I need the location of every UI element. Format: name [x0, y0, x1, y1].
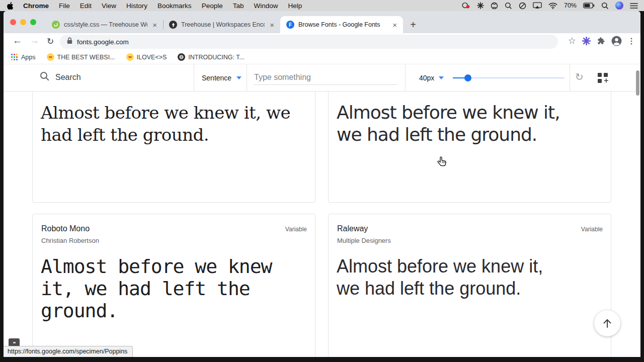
font-designer: Christian Robertson [41, 237, 99, 244]
arrow-up-icon [602, 318, 613, 329]
font-sample-text: Almost before we knew it, we had left th… [41, 255, 272, 322]
slider-thumb[interactable] [464, 74, 471, 81]
menu-file[interactable]: File [59, 2, 70, 10]
minimize-window-button[interactable] [20, 19, 26, 25]
reload-button[interactable]: ↻ [47, 36, 54, 47]
tab-treehouse[interactable]: Treehouse | Workspaces Enco × [163, 16, 280, 33]
menu-tab[interactable]: Tab [233, 2, 244, 10]
menu-window[interactable]: Window [254, 2, 278, 10]
google-fonts-favicon-icon: F [286, 21, 294, 29]
close-window-button[interactable] [10, 19, 16, 25]
font-card-roboto-mono[interactable]: Roboto Mono Christian Robertson Variable… [32, 214, 315, 357]
font-name[interactable]: Raleway [337, 224, 368, 233]
font-card-raleway[interactable]: Raleway Multiple Designers Variable Almo… [328, 214, 611, 357]
bookmark-star-icon[interactable]: ☆ [568, 35, 576, 46]
google-fonts-page: Almost before we knew it, we had left th… [4, 64, 640, 357]
heart-eyes-emoji-icon: ♥♥ [47, 53, 54, 61]
font-size-dropdown[interactable]: 40px [419, 74, 444, 82]
fullscreen-window-button[interactable] [30, 19, 36, 25]
address-bar[interactable]: fonts.google.com [60, 35, 558, 49]
do-not-disturb-icon[interactable] [519, 2, 526, 10]
search-icon [40, 71, 49, 83]
window-controls [10, 19, 36, 25]
bookmark-label: THE BEST WEBSI... [57, 54, 115, 61]
siri-icon[interactable] [615, 2, 623, 10]
settings-asterisk-icon[interactable] [477, 2, 484, 9]
wifi-icon[interactable] [548, 3, 557, 9]
font-designer: Multiple Designers [337, 237, 391, 244]
bookmark-introducing[interactable]: INTRODUCING: T... [178, 53, 245, 61]
new-tab-button[interactable]: + [406, 18, 420, 32]
tab-title: Treehouse | Workspaces Enco [181, 21, 265, 28]
preview-text-input[interactable] [254, 70, 397, 85]
menu-view[interactable]: View [102, 2, 116, 10]
macos-menu-bar: Chrome File Edit View History Bookmarks … [0, 0, 644, 11]
tab-strip: css/style.css — Treehouse Wo × Treehouse… [4, 11, 640, 33]
preview-mode-dropdown[interactable]: Sentence [202, 74, 242, 82]
bookmark-apps[interactable]: Apps [11, 53, 36, 61]
menu-help[interactable]: Help [288, 2, 302, 10]
hand-cursor [437, 156, 448, 170]
toolbar-divider [194, 64, 194, 92]
page-scrollbar-thumb[interactable] [636, 70, 639, 96]
airplay-display-icon[interactable] [533, 2, 542, 9]
menu-status-icons: 70% [461, 2, 638, 10]
browser-menu-icon[interactable]: ⋮ [627, 36, 635, 46]
browser-window: css/style.css — Treehouse Wo × Treehouse… [4, 11, 640, 357]
menu-app-name[interactable]: Chrome [23, 2, 49, 10]
tab-close-icon[interactable]: × [269, 21, 275, 29]
tab-title: Browse Fonts - Google Fonts [298, 21, 387, 28]
bookmark-label: ILOVE<>S [137, 54, 167, 61]
menu-edit[interactable]: Edit [80, 2, 92, 10]
tab-close-icon[interactable]: × [151, 21, 158, 29]
search-input[interactable] [55, 73, 161, 82]
font-name[interactable]: Roboto Mono [41, 224, 90, 233]
lock-icon [67, 37, 72, 46]
battery-icon [583, 3, 595, 9]
tab-google-fonts-active[interactable]: F Browse Fonts - Google Fonts × [280, 16, 403, 33]
status-bar-link: https://fonts.google.com/specimen/Poppin… [4, 346, 133, 357]
menu-history[interactable]: History [126, 2, 147, 10]
bookmark-ilove-code[interactable]: ♥♥ ILOVE<>S [126, 53, 167, 61]
workspace-favicon-icon [52, 21, 60, 29]
preview-text-field[interactable] [254, 70, 397, 85]
treehouse-favicon-icon [169, 21, 177, 29]
tab-css-style[interactable]: css/style.css — Treehouse Wo × [46, 16, 163, 33]
fonts-filter-toolbar: Sentence 40px ↻ [4, 64, 640, 92]
zoom-search-icon[interactable] [505, 2, 512, 10]
chevron-down-icon [439, 76, 444, 79]
heart-eyes-emoji-icon: ♥♥ [126, 53, 134, 61]
extensions-puzzle-icon[interactable] [597, 36, 606, 45]
toolbar-divider [247, 64, 247, 92]
font-sample-text: Almost before we knew it, we had left th… [337, 255, 543, 300]
back-button[interactable]: ← [13, 35, 22, 46]
forward-button[interactable]: → [30, 35, 39, 46]
font-sample-text: Almost before we knew it, we had left th… [41, 102, 290, 146]
variable-badge: Variable [285, 226, 307, 233]
grid-view-icon[interactable] [597, 72, 608, 85]
spotlight-icon[interactable] [601, 2, 609, 10]
extension-starburst-icon[interactable] [582, 36, 591, 46]
globe-favicon-icon [178, 53, 185, 61]
globe-icon[interactable] [491, 2, 498, 10]
notification-list-icon[interactable] [630, 3, 638, 9]
font-size-slider[interactable] [453, 77, 565, 79]
screen-recording-icon[interactable] [461, 2, 470, 9]
menu-people[interactable]: People [202, 2, 223, 10]
profile-avatar[interactable] [611, 36, 622, 46]
bookmark-best-websites[interactable]: ♥♥ THE BEST WEBSI... [47, 53, 115, 61]
bookmark-label: INTRODUCING: T... [188, 54, 245, 61]
scroll-to-top-button[interactable] [594, 310, 620, 336]
battery-percentage: 70% [564, 2, 577, 9]
chevron-down-icon [236, 76, 242, 79]
apple-menu-icon[interactable] [6, 2, 13, 10]
fonts-search[interactable] [40, 71, 161, 83]
bookmarks-bar: Apps ♥♥ THE BEST WEBSI... ♥♥ ILOVE<>S IN… [4, 50, 640, 64]
reset-refresh-icon[interactable]: ↻ [575, 71, 584, 83]
menu-bookmarks[interactable]: Bookmarks [157, 2, 192, 10]
tab-title: css/style.css — Treehouse Wo [64, 21, 147, 28]
font-size-value: 40px [419, 74, 434, 82]
preview-mode-value: Sentence [202, 74, 231, 82]
tab-close-icon[interactable]: × [391, 21, 398, 29]
toolbar-divider [405, 64, 406, 92]
